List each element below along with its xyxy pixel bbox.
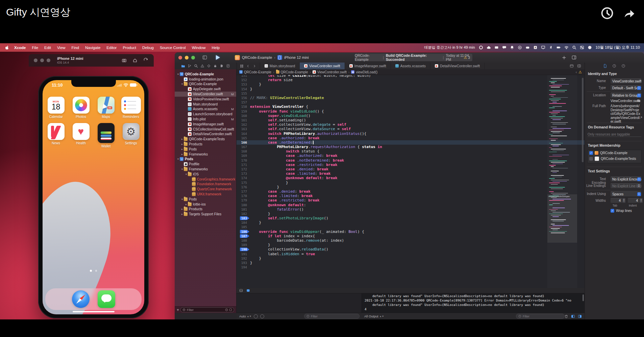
forward-icon[interactable] <box>253 64 256 68</box>
file-row-qrcode-example[interactable]: ▾ QRCode-Example <box>175 72 236 77</box>
wifi-icon[interactable] <box>564 45 569 50</box>
line-number[interactable]: 192 <box>237 257 250 260</box>
menubar-countdown[interactable]: 데분입 중간고사 in 9 hr 49 min <box>424 45 475 50</box>
menu-xcode[interactable]: Xcode <box>11 46 29 50</box>
chat-icon[interactable] <box>502 45 506 50</box>
text-encoding-select[interactable]: No Explicit Encoding▲▼ <box>611 176 641 182</box>
file-row-podfile[interactable]: Podfile <box>175 162 236 167</box>
line-number[interactable]: 165 <box>237 136 250 140</box>
editor-options-icon[interactable] <box>570 64 574 68</box>
minimize-button[interactable] <box>40 58 44 62</box>
line-number[interactable]: 155 <box>237 92 250 95</box>
console-scope-select[interactable]: All Output▲▼ <box>364 314 384 318</box>
file-row-foundation.framework[interactable]: Foundation.framework <box>175 182 236 187</box>
file-row-pods[interactable]: ▸ Pods <box>175 147 236 152</box>
issue-prev-icon[interactable]: ‹ <box>576 70 577 74</box>
project-navigator-icon[interactable] <box>181 64 185 68</box>
dock-icon-messages[interactable] <box>98 290 115 308</box>
file-row-detailviewcontroller.swift[interactable]: DetailViewController.swift <box>175 132 236 137</box>
file-row-appdelegate.swift[interactable]: AppDelegate.swift <box>175 87 236 92</box>
reports-navigator-icon[interactable] <box>226 64 230 68</box>
clear-console-icon[interactable] <box>564 314 568 318</box>
line-number[interactable]: 153 <box>237 82 250 86</box>
menu-edit[interactable]: Edit <box>41 46 54 50</box>
app-icon-calendar[interactable]: MON18 <box>48 97 65 114</box>
scm-filter-icon[interactable] <box>229 308 232 311</box>
membership-row[interactable]: ✓ QRCode-Example <box>588 150 641 156</box>
menu-view[interactable]: View <box>54 46 69 50</box>
file-row-videopreviewview.swift[interactable]: VideoPreviewView.swift <box>175 97 236 102</box>
editor-scrollbar[interactable] <box>582 78 584 162</box>
line-number[interactable]: 190 <box>237 247 250 251</box>
tests-navigator-icon[interactable] <box>207 64 211 68</box>
minimap[interactable]: UIViewControllerDelegate <box>547 75 577 288</box>
screenshot-icon[interactable] <box>122 58 127 63</box>
breakpoints-navigator-icon[interactable] <box>220 64 224 68</box>
zoom-button[interactable] <box>191 56 195 59</box>
line-number[interactable]: 179 <box>237 198 250 202</box>
line-number[interactable]: 167 <box>237 145 250 149</box>
console-toggle-icon[interactable] <box>246 289 250 292</box>
bluetooth-icon[interactable] <box>549 45 553 50</box>
record-icon[interactable] <box>518 45 522 50</box>
indent-using-select[interactable]: Spaces▲▼ <box>611 191 641 196</box>
menu-find[interactable]: Find <box>69 46 82 50</box>
file-row-viewcontroller.swift[interactable]: ViewController.swift M <box>175 92 236 97</box>
file-row-coregraphics.framework[interactable]: CoreGraphics.framework <box>175 177 236 182</box>
file-row-quartzcore.framework[interactable]: QuartzCore.framework <box>175 187 236 192</box>
menu-window[interactable]: Window <box>189 46 209 50</box>
indent-width-field[interactable]: 4 <box>628 198 639 203</box>
back-icon[interactable] <box>246 64 250 68</box>
scheme-selector[interactable]: QRCode-Example › iPhone 12 mini <box>235 55 309 60</box>
file-row-pods[interactable]: ▾ Pods <box>175 197 236 202</box>
tab-width-field[interactable]: 4 <box>611 198 622 203</box>
line-number[interactable]: 177 <box>237 190 250 193</box>
menu-navigate[interactable]: Navigate <box>82 46 103 50</box>
code-editor[interactable]: 151 let size = CGSize(width: width, heig… <box>237 75 585 288</box>
menu-product[interactable]: Product <box>120 46 139 50</box>
open-arrow-icon[interactable] <box>639 116 643 119</box>
line-number[interactable]: 181 <box>237 208 250 211</box>
file-row-info.plist[interactable]: Info.plist M <box>175 117 236 122</box>
tab-width-stepper[interactable]: ▲▼ <box>622 198 625 203</box>
line-number[interactable]: 152 <box>237 78 250 82</box>
tab-main.storyboard[interactable]: Main.storyboard <box>260 63 299 69</box>
zoom-button[interactable] <box>47 58 50 62</box>
line-number[interactable]: 175 <box>237 181 250 185</box>
indent-width-stepper[interactable]: ▲▼ <box>640 198 643 203</box>
disclosure-icon[interactable]: ▸ <box>180 213 184 216</box>
disclosure-icon[interactable]: ▸ <box>180 138 184 141</box>
membership-checkbox[interactable]: ✓ <box>589 151 593 155</box>
navigator-toggle-icon[interactable] <box>202 55 207 60</box>
file-row-qrcode-example[interactable]: ▾ QRCode-Example <box>175 82 236 87</box>
file-row-lottie-ios[interactable]: ▸ lottie-ios <box>175 202 236 207</box>
tab-viewcontroller.swift[interactable]: ViewController.swift <box>299 63 344 69</box>
line-number[interactable]: 176 <box>237 185 250 189</box>
tab-assets.xcassets[interactable]: Assets.xcassets <box>391 63 430 69</box>
app-icon-maps[interactable]: 280 <box>98 97 115 114</box>
file-row-assets.xcassets[interactable]: Assets.xcassets M <box>175 107 236 112</box>
disclosure-icon[interactable]: ▾ <box>180 82 184 86</box>
disclosure-icon[interactable]: ▾ <box>180 168 184 171</box>
line-number[interactable]: 193 <box>237 261 250 265</box>
status-circle-icon[interactable] <box>479 45 483 50</box>
file-row-loading-animation.json[interactable]: loading-animation.json <box>175 77 236 82</box>
type-select[interactable]: Default - Swift Source▲▼ <box>611 85 641 90</box>
home-indicator[interactable] <box>73 311 115 313</box>
breadcrumb-item[interactable]: ViewController.swift <box>313 70 347 74</box>
add-file-icon[interactable]: + <box>177 308 179 312</box>
line-number[interactable]: 173 <box>237 172 250 175</box>
line-endings-select[interactable]: No Explicit Line Endings▲▼ <box>611 183 641 188</box>
file-row-targets support files[interactable]: ▸ Targets Support Files <box>175 212 236 217</box>
recent-filter-icon[interactable] <box>225 308 228 311</box>
console-filter-input[interactable]: Filter <box>516 314 565 319</box>
app-icon-reminders[interactable] <box>121 97 141 114</box>
file-row-frameworks[interactable]: ▸ Frameworks <box>175 152 236 157</box>
debug-bar-toggle-icon[interactable] <box>239 289 243 292</box>
disclosure-icon[interactable]: ▸ <box>180 153 184 156</box>
disclosure-icon[interactable]: ▸ <box>184 203 188 206</box>
line-number[interactable]: 180 <box>237 203 250 207</box>
file-row-imagemanager.swift[interactable]: ImageManager.swift <box>175 122 236 127</box>
tab-detailviewcontroller.swift[interactable]: DetailViewController.swift <box>430 63 484 69</box>
file-row-uikit.framework[interactable]: UIKit.framework <box>175 192 236 197</box>
